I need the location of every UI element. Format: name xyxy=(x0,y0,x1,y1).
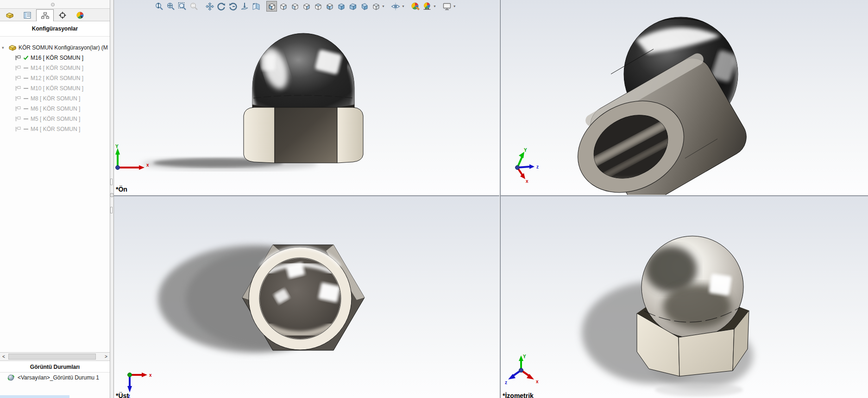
hide-show-items-dropdown-icon[interactable]: ▼ xyxy=(402,5,405,8)
previous-view-icon[interactable] xyxy=(251,1,261,12)
apply-scene-icon[interactable] xyxy=(422,1,433,12)
view-orientation-dropdown-icon[interactable]: ▼ xyxy=(382,5,385,8)
active-check-icon xyxy=(23,56,29,60)
view-bottom-icon[interactable] xyxy=(324,1,335,12)
view-dimetric-icon[interactable] xyxy=(359,1,370,12)
svg-text:x: x xyxy=(526,179,528,183)
orientation-triad: Y z x xyxy=(503,147,542,183)
scroll-right-icon[interactable]: > xyxy=(102,353,110,361)
hide-show-items-icon[interactable] xyxy=(390,1,401,12)
color-wheel-icon xyxy=(76,12,84,19)
cap-nut-top-render xyxy=(114,196,499,398)
configuration-tree: ▾ KÖR SOMUN Konfigürasyon(lar) (M M16 xyxy=(0,37,110,134)
orientation-triad: Y x xyxy=(114,144,153,172)
view-trimetric-icon[interactable] xyxy=(347,1,358,12)
scrollbar-thumb[interactable] xyxy=(8,354,96,360)
displaymanager-tab[interactable] xyxy=(71,9,89,21)
apply-scene-dropdown-icon[interactable]: ▼ xyxy=(433,5,436,8)
svg-text:z: z xyxy=(505,380,507,385)
viewport-isometric[interactable]: Y z x *İzometrik xyxy=(501,196,868,398)
viewport-front[interactable]: Y x *Ön xyxy=(114,0,499,195)
svg-text:Y: Y xyxy=(115,144,119,149)
scroll-left-icon[interactable]: < xyxy=(0,353,7,361)
panel-splitter[interactable] xyxy=(110,0,114,398)
configuration-icon xyxy=(15,65,21,71)
config-item-m4[interactable]: M4 [ KÖR SOMUN ] xyxy=(0,124,110,134)
part-icon xyxy=(8,44,17,51)
config-item-m10[interactable]: M10 [ KÖR SOMUN ] xyxy=(0,83,110,93)
feature-panel: Konfigürasyonlar ▾ KÖR SOMUN Konfigürasy… xyxy=(0,0,110,398)
view-settings-dropdown-icon[interactable]: ▼ xyxy=(453,5,456,8)
property-icon xyxy=(23,12,31,19)
config-item-m12[interactable]: M12 [ KÖR SOMUN ] xyxy=(0,73,110,83)
view-toolbar: ▼ ▼ xyxy=(154,0,457,12)
zoom-to-selection-icon[interactable] xyxy=(189,1,199,12)
viewport-top[interactable]: x z *Üst xyxy=(114,196,499,398)
configuration-icon xyxy=(15,126,21,132)
view-left-icon[interactable] xyxy=(289,1,300,12)
config-item-m5[interactable]: M5 [ KÖR SOMUN ] xyxy=(0,114,110,124)
config-item-m8[interactable]: M8 [ KÖR SOMUN ] xyxy=(0,93,110,104)
config-item-m16[interactable]: M16 [ KÖR SOMUN ] xyxy=(0,53,110,63)
display-state-item[interactable]: <Varsayılan>_Görüntü Durumu 1 xyxy=(7,374,99,381)
configuration-icon xyxy=(15,116,21,122)
inactive-dash-icon xyxy=(23,96,29,101)
panel-collapse-handle-icon[interactable] xyxy=(51,3,55,6)
panel-collapse-bar[interactable] xyxy=(0,0,110,9)
part-icon xyxy=(6,12,14,19)
svg-text:x: x xyxy=(149,373,152,378)
pan-icon[interactable] xyxy=(204,1,215,12)
zoom-to-fit-icon[interactable] xyxy=(165,1,176,12)
zoom-to-area-icon[interactable] xyxy=(177,1,188,12)
viewport-label: *İzometrik xyxy=(503,392,534,398)
configuration-icon xyxy=(15,86,21,91)
viewport-horizontal-divider[interactable] xyxy=(114,195,868,196)
rotate-view-icon[interactable] xyxy=(216,1,226,12)
config-root-item[interactable]: ▾ KÖR SOMUN Konfigürasyon(lar) (M xyxy=(0,43,110,53)
splitter-notch xyxy=(110,179,113,185)
zoom-in-out-icon[interactable] xyxy=(154,1,164,12)
inactive-dash-icon xyxy=(23,66,29,70)
graphics-area: Y x *Ön xyxy=(114,0,868,398)
solidworks-window: Konfigürasyonlar ▾ KÖR SOMUN Konfigürasy… xyxy=(0,0,868,398)
svg-text:x: x xyxy=(146,162,149,168)
view-back-icon[interactable] xyxy=(278,1,289,12)
splitter-notch xyxy=(110,207,113,213)
display-state-icon xyxy=(7,374,15,381)
configuration-icon xyxy=(15,75,21,81)
viewport-label: *Üst xyxy=(116,392,129,398)
config-item-m14[interactable]: M14 [ KÖR SOMUN ] xyxy=(0,63,110,73)
view-front-icon[interactable] xyxy=(266,1,277,12)
view-orientation-icon[interactable] xyxy=(371,1,381,12)
configuration-icon xyxy=(15,106,21,112)
svg-text:x: x xyxy=(536,379,539,384)
edit-appearance-icon[interactable] xyxy=(410,1,421,12)
roll-view-icon[interactable] xyxy=(227,1,238,12)
orientation-triad: Y z x xyxy=(504,354,546,388)
dimxpertmanager-tab[interactable] xyxy=(54,9,71,21)
config-item-m6[interactable]: M6 [ KÖR SOMUN ] xyxy=(0,104,110,114)
svg-text:z: z xyxy=(536,164,539,169)
viewport-split-handle-icon[interactable] xyxy=(110,193,114,197)
collapse-caret-icon[interactable]: ▾ xyxy=(2,45,6,50)
display-states-header: Görüntü Durumları xyxy=(0,361,110,373)
inactive-dash-icon xyxy=(23,76,29,81)
viewport-dimetric[interactable]: Y z x xyxy=(501,0,868,195)
view-right-icon[interactable] xyxy=(301,1,312,12)
view-settings-icon[interactable] xyxy=(442,1,453,12)
configurationmanager-tab[interactable] xyxy=(36,9,54,21)
cap-nut-isometric-render xyxy=(501,196,868,398)
target-icon xyxy=(58,12,67,19)
panel-horizontal-scrollbar[interactable]: < > xyxy=(0,352,110,361)
svg-text:Y: Y xyxy=(524,148,527,153)
viewport-vertical-divider[interactable] xyxy=(499,0,501,398)
panel-title: Konfigürasyonlar xyxy=(0,21,110,37)
propertymanager-tab[interactable] xyxy=(19,9,36,21)
view-top-icon[interactable] xyxy=(313,1,323,12)
inactive-dash-icon xyxy=(23,127,29,131)
inactive-dash-icon xyxy=(23,117,29,121)
view-isometric-icon[interactable] xyxy=(336,1,346,12)
normal-to-icon[interactable] xyxy=(239,1,250,12)
manager-tab-bar xyxy=(0,9,110,21)
featuremanager-tab[interactable] xyxy=(1,9,19,21)
